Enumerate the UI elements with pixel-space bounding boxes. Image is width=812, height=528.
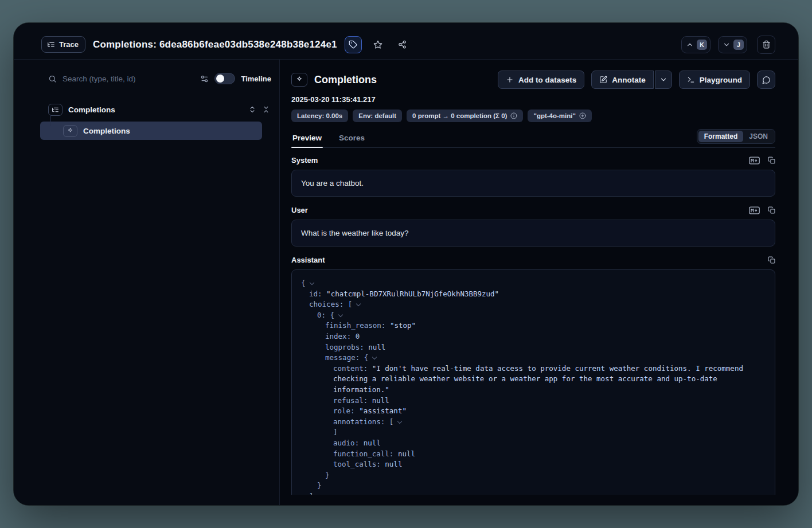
json-line: index: 0 [301,331,766,342]
plus-icon [506,76,514,84]
comment-bubble-icon [762,76,771,84]
delete-trace-button[interactable] [757,36,775,54]
shortcut-k-key: K [697,40,707,50]
collapse-chevron-icon[interactable] [309,280,314,285]
tag-icon [349,40,357,49]
format-option-json[interactable]: JSON [743,131,774,142]
observation-title: Completions [314,74,377,86]
observation-timestamp: 2025-03-20 11:35:41.217 [291,95,775,104]
tag-button[interactable] [345,36,362,53]
json-line: message: { [301,353,766,363]
add-to-datasets-button[interactable]: Add to datasets [498,71,584,89]
search-input[interactable] [63,75,194,83]
assistant-json-code: {id: "chatcmpl-BD7XRulRhULb7NjGfeOkhN3BB… [301,278,766,495]
trace-header: Trace Completions: 6dea86b6feae03db538e2… [14,23,798,60]
chevron-up-icon [686,41,694,49]
json-line: logprobs: null [301,342,766,353]
pencil-icon [599,76,607,84]
copy-icon[interactable] [768,256,775,264]
comments-button[interactable] [757,71,775,89]
completions-icon [291,73,307,87]
system-message-box: You are a chatbot. [291,170,775,197]
format-option-formatted[interactable]: Formatted [698,131,744,142]
annotate-dropdown-button[interactable] [655,71,672,89]
system-message-text: You are a chatbot. [301,179,364,187]
token-usage-badge[interactable]: 0 prompt → 0 completion (Σ 0) [407,109,523,122]
trace-icon [48,104,63,116]
user-message-box: What is the weather like today? [291,220,775,247]
copy-icon[interactable] [768,206,775,214]
trace-title: Completions: 6dea86b6feae03db538e248b38e… [93,39,337,50]
copy-icon[interactable] [768,157,775,164]
json-line: } [301,480,766,491]
shortcut-j-key: J [733,40,744,50]
assistant-json-viewer[interactable]: {id: "chatcmpl-BD7XRulRhULb7NjGfeOkhN3BB… [291,269,775,495]
plus-circle-icon [579,112,586,119]
timeline-toggle[interactable] [214,73,235,84]
markdown-toggle-icon[interactable] [749,157,760,165]
tree-child-label: Completions [83,127,130,135]
playground-button[interactable]: Playground [679,71,750,89]
format-toggle: Formatted JSON [697,129,775,144]
tree-item-trace-root[interactable]: Completions [48,101,271,118]
view-settings-icon[interactable] [200,75,209,83]
info-icon [510,112,517,119]
share-button[interactable] [394,36,411,53]
json-line: role: "assistant" [301,406,766,417]
star-button[interactable] [369,36,387,53]
json-line: annotations: [ [301,417,766,428]
collapse-chevron-icon[interactable] [372,355,377,359]
json-line: ] [301,491,766,495]
expand-all-icon[interactable] [248,105,256,114]
json-line: ] [301,427,766,438]
json-line: content: "I don't have real-time data ac… [301,363,766,396]
json-line: choices: [ [301,299,766,310]
collapse-chevron-icon[interactable] [397,419,402,423]
playground-label: Playground [700,76,742,84]
share-icon [398,40,407,49]
annotate-label: Annotate [612,76,646,84]
tree-root-label: Completions [68,105,115,114]
collapse-chevron-icon[interactable] [338,312,343,317]
json-line: 0: { [301,310,766,321]
list-tree-icon [47,41,55,49]
assistant-message-section: Assistant {id: "chatcmpl-BD7XRulRhULb7Nj… [291,256,775,495]
annotate-button[interactable]: Annotate [591,71,654,89]
json-line: function_call: null [301,449,766,460]
user-message-section: User What is the weather like today? [291,206,775,247]
trash-icon [762,40,771,49]
tree-item-completions-generation[interactable]: Completions [40,122,262,140]
json-line: refusal: null [301,396,766,406]
metadata-badges: Latency: 0.00s Env: default 0 prompt → 0… [291,109,775,122]
next-trace-button[interactable]: J [718,36,747,53]
observation-tree: Completions Completions [34,101,271,140]
system-message-section: System You are a chatbot. [291,156,775,197]
tab-scores[interactable]: Scores [338,134,366,147]
preview-content: System You are a chatbot. [291,148,775,495]
user-label: User [291,206,308,214]
terminal-icon [687,76,695,84]
json-line: id: "chatcmpl-BD7XRulRhULb7NjGfeOkhN3BB9… [301,289,766,300]
add-to-datasets-label: Add to datasets [518,76,576,84]
chevron-down-icon [723,41,731,49]
chevron-down-icon [659,76,667,84]
detail-tabs: Preview Scores Formatted JSON [291,129,775,148]
tab-preview[interactable]: Preview [291,134,323,147]
star-icon [373,40,382,49]
markdown-toggle-icon[interactable] [749,206,760,214]
assistant-label: Assistant [291,256,325,264]
observation-detail-panel: Completions Add to datasets Annotate [280,60,798,505]
collapse-chevron-icon[interactable] [356,302,361,306]
latency-badge: Latency: 0.00s [291,109,348,122]
model-badge[interactable]: "gpt-4o-mini" [528,109,592,122]
collapse-all-icon[interactable] [262,105,270,114]
prev-trace-button[interactable]: K [681,36,710,53]
generation-icon [63,125,77,137]
system-label: System [291,156,318,165]
trace-tree-sidebar: Timeline Completions [14,60,280,505]
json-line: } [301,470,766,481]
toggle-knob [216,75,224,83]
trace-badge: Trace [41,36,85,53]
trace-badge-label: Trace [59,40,79,49]
user-message-text: What is the weather like today? [301,229,409,237]
